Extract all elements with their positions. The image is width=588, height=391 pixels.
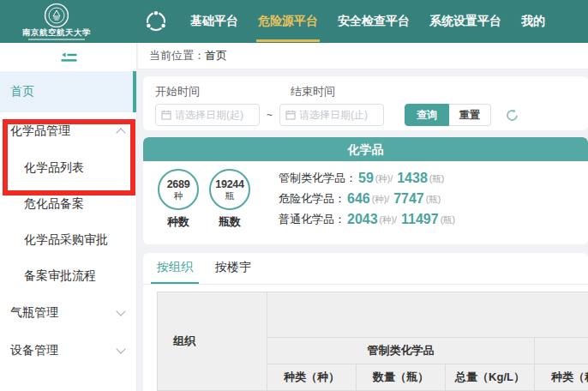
sidebar-group-chemical-management[interactable]: 化学品管理	[0, 112, 136, 150]
chemical-stats-list: 管制类化学品： 59 (种)/ 1438 (瓶) 危险化学品： 646 (种)/…	[279, 167, 458, 230]
nav-item-safety-inspection-platform[interactable]: 安全检查平台	[336, 0, 411, 43]
top-navbar: 南京航空航天大学 基础平台 危险源平台 安全检查平台 系统设置平台 我的	[0, 0, 588, 43]
sidebar-item-label: 危化品备案	[24, 196, 84, 212]
stat-label: 危险化学品：	[279, 191, 345, 207]
tab-bar: 按组织 按楼宇	[143, 253, 588, 285]
stat-bottles-value: 11497	[401, 212, 439, 227]
start-date-picker[interactable]	[155, 104, 260, 126]
university-name-subline	[28, 39, 85, 40]
bottles-circle-stat: 19244 瓶 瓶数	[205, 167, 255, 230]
sidebar: 首页 化学品管理 化学品列表 危化品备案 化学品采购审批 备案审批流程 气瓶管理…	[0, 43, 137, 391]
breadcrumb-prefix: 当前位置：	[149, 48, 205, 63]
university-emblem-icon	[44, 3, 69, 28]
sidebar-item-chemical-list[interactable]: 化学品列表	[0, 150, 136, 186]
main-content: 当前位置： 首页 开始时间 结束时间 ~	[138, 43, 588, 391]
column-header-total: 总量（Kg/L）	[446, 364, 535, 391]
stat-row-ordinary: 普通化学品： 2043 (种)/ 11497 (瓶)	[279, 209, 458, 230]
date-range-separator: ~	[267, 109, 273, 121]
tab-by-organization[interactable]: 按组织	[157, 260, 193, 284]
chevron-down-icon	[116, 306, 125, 316]
bottles-count: 19244	[215, 178, 243, 190]
stat-kinds-value: 2043	[347, 212, 378, 227]
calendar-icon	[161, 110, 171, 120]
sidebar-item-hazmat-filing[interactable]: 危化品备案	[0, 186, 136, 222]
start-date-input[interactable]	[175, 109, 250, 121]
breadcrumb-current: 首页	[205, 48, 227, 63]
stat-bottles-unit: (瓶)	[441, 214, 456, 226]
sidebar-item-label: 化学品列表	[24, 160, 84, 176]
column-header-quantity: 数量（瓶）	[357, 364, 446, 391]
refresh-icon[interactable]	[505, 108, 519, 123]
tab-by-building[interactable]: 按楼宇	[215, 260, 251, 284]
nav-item-hazard-source-platform[interactable]: 危险源平台	[256, 0, 320, 43]
end-date-picker[interactable]	[279, 104, 384, 126]
stat-bottles-unit: (瓶)	[429, 173, 445, 185]
chevron-up-icon	[116, 128, 125, 137]
sidebar-item-label: 化学品管理	[10, 123, 70, 139]
bottles-unit: 瓶	[225, 190, 235, 201]
platform-switcher-icon[interactable]	[144, 9, 168, 33]
nav-item-mine[interactable]: 我的	[519, 0, 547, 43]
stat-bottles-value: 1438	[397, 171, 428, 186]
group-header-next	[535, 338, 588, 364]
kinds-circle-label: 种数	[153, 214, 203, 230]
statistics-table-panel: 按组织 按楼宇 组织 管制类化学品	[143, 253, 588, 391]
nav-item-system-settings-platform[interactable]: 系统设置平台	[428, 0, 503, 43]
table-header-spacer	[267, 292, 588, 338]
stat-kinds-unit: (种)/	[380, 214, 397, 226]
reset-button[interactable]: 重置	[449, 104, 491, 126]
stat-label: 管制类化学品：	[279, 171, 357, 186]
kinds-circle-stat: 2689 种 种数	[153, 167, 203, 230]
column-header-organization: 组织	[158, 292, 267, 391]
sidebar-group-gas-cylinder[interactable]: 气瓶管理	[0, 294, 136, 332]
sidebar-item-label: 设备管理	[10, 343, 58, 358]
panel-title: 化学品	[143, 137, 588, 161]
stat-bottles-value: 7747	[393, 191, 424, 207]
sidebar-item-label: 气瓶管理	[10, 305, 58, 321]
sidebar-item-filing-approval-flow[interactable]: 备案审批流程	[0, 258, 136, 294]
stat-kinds-value: 59	[358, 171, 374, 186]
column-header-kinds-2: 种类（种）	[535, 364, 588, 391]
app-window: 南京航空航天大学 基础平台 危险源平台 安全检查平台 系统设置平台 我的	[0, 0, 588, 391]
stat-row-controlled: 管制类化学品： 59 (种)/ 1438 (瓶)	[279, 168, 458, 189]
sidebar-group-equipment[interactable]: 设备管理	[0, 332, 136, 370]
end-date-input[interactable]	[299, 109, 375, 121]
bottles-circle-label: 瓶数	[205, 214, 255, 230]
column-header-kinds: 种类（种）	[267, 364, 357, 391]
kinds-count: 2689	[167, 178, 190, 190]
sidebar-item-label: 首页	[10, 84, 34, 99]
sidebar-item-home[interactable]: 首页	[0, 71, 136, 112]
sidebar-item-label: 备案审批流程	[24, 268, 96, 284]
chevron-down-icon	[116, 344, 125, 353]
statistics-table: 组织 管制类化学品 种类（种） 数量（瓶） 总量（Kg/L） 种类（种）	[157, 292, 588, 391]
stat-label: 普通化学品：	[279, 212, 345, 227]
end-date-label: 结束时间	[291, 84, 335, 99]
calendar-icon	[285, 110, 296, 120]
platform-nav: 基础平台 危险源平台 安全检查平台 系统设置平台 我的	[144, 0, 563, 43]
group-header-controlled-chemicals: 管制类化学品	[267, 338, 535, 364]
nav-item-base-platform[interactable]: 基础平台	[189, 0, 240, 43]
stat-kinds-unit: (种)/	[375, 173, 393, 185]
sidebar-item-purchase-approval[interactable]: 化学品采购审批	[0, 222, 136, 258]
kinds-unit: 种	[174, 190, 183, 201]
menu-fold-icon	[60, 51, 77, 64]
stat-kinds-unit: (种)/	[372, 194, 389, 206]
stat-row-hazardous: 危险化学品： 646 (种)/ 7747 (瓶)	[279, 189, 458, 209]
stat-kinds-value: 646	[347, 191, 370, 207]
sidebar-item-label: 化学品采购审批	[24, 232, 108, 248]
stat-bottles-unit: (瓶)	[426, 194, 441, 206]
university-logo: 南京航空航天大学	[7, 1, 106, 42]
menu-collapse-button[interactable]	[0, 43, 136, 71]
start-date-label: 开始时间	[155, 84, 291, 99]
search-button[interactable]: 查询	[405, 104, 449, 126]
chemical-summary-panel: 化学品 2689 种 种数 19244 瓶 瓶数	[143, 137, 588, 244]
breadcrumb: 当前位置： 首页	[138, 43, 588, 69]
date-filter-panel: 开始时间 结束时间 ~	[143, 76, 588, 130]
university-name: 南京航空航天大学	[7, 28, 106, 37]
